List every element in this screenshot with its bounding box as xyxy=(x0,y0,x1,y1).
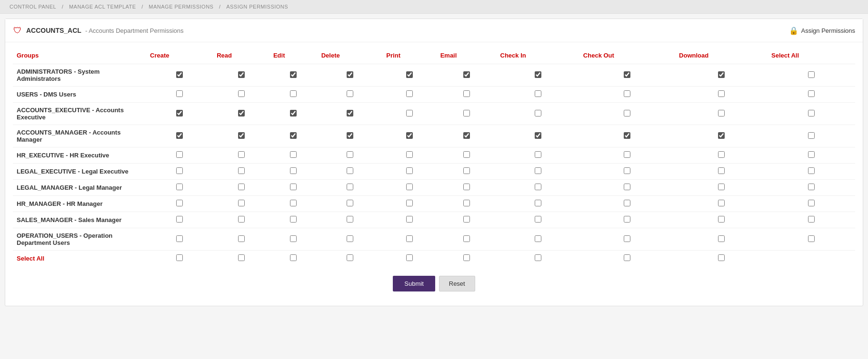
checkbox-check_out[interactable] xyxy=(624,110,630,116)
checkbox-edit[interactable] xyxy=(290,184,297,190)
checkbox-delete[interactable] xyxy=(347,110,353,116)
checkbox-check_in[interactable] xyxy=(535,235,541,242)
checkbox-read[interactable] xyxy=(238,235,245,242)
checkbox-create[interactable] xyxy=(176,200,183,206)
select-all-checkbox-read[interactable] xyxy=(238,254,245,261)
checkbox-select_all[interactable] xyxy=(808,71,815,78)
checkbox-select_all[interactable] xyxy=(808,110,815,116)
checkbox-delete[interactable] xyxy=(347,235,353,242)
checkbox-read[interactable] xyxy=(238,132,245,139)
checkbox-delete[interactable] xyxy=(347,71,353,78)
select-all-checkbox-email[interactable] xyxy=(463,254,470,261)
checkbox-check_in[interactable] xyxy=(535,132,541,139)
checkbox-edit[interactable] xyxy=(290,151,297,158)
checkbox-check_out[interactable] xyxy=(624,132,630,139)
select-all-checkbox-check_out[interactable] xyxy=(624,254,630,261)
checkbox-email[interactable] xyxy=(463,132,470,139)
submit-button[interactable]: Submit xyxy=(393,276,435,291)
checkbox-email[interactable] xyxy=(463,151,470,158)
checkbox-edit[interactable] xyxy=(290,216,297,223)
checkbox-check_in[interactable] xyxy=(535,90,541,97)
checkbox-read[interactable] xyxy=(238,184,245,190)
checkbox-read[interactable] xyxy=(238,200,245,206)
checkbox-delete[interactable] xyxy=(347,132,353,139)
checkbox-check_in[interactable] xyxy=(535,184,541,190)
select-all-checkbox-check_in[interactable] xyxy=(535,254,541,261)
checkbox-read[interactable] xyxy=(238,90,245,97)
checkbox-download[interactable] xyxy=(718,167,725,174)
checkbox-print[interactable] xyxy=(406,184,413,190)
checkbox-check_out[interactable] xyxy=(624,71,630,78)
checkbox-check_out[interactable] xyxy=(624,167,630,174)
checkbox-download[interactable] xyxy=(718,200,725,206)
checkbox-read[interactable] xyxy=(238,167,245,174)
select-all-label[interactable]: Select All xyxy=(13,251,146,267)
assign-permissions-button[interactable]: 🔒 Assign Permissions xyxy=(789,26,855,35)
checkbox-delete[interactable] xyxy=(347,184,353,190)
checkbox-check_in[interactable] xyxy=(535,200,541,206)
checkbox-select_all[interactable] xyxy=(808,235,815,242)
reset-button[interactable]: Reset xyxy=(439,276,475,291)
checkbox-create[interactable] xyxy=(176,216,183,223)
checkbox-select_all[interactable] xyxy=(808,167,815,174)
checkbox-delete[interactable] xyxy=(347,151,353,158)
checkbox-email[interactable] xyxy=(463,90,470,97)
checkbox-read[interactable] xyxy=(238,216,245,223)
checkbox-print[interactable] xyxy=(406,235,413,242)
checkbox-download[interactable] xyxy=(718,216,725,223)
checkbox-create[interactable] xyxy=(176,235,183,242)
checkbox-print[interactable] xyxy=(406,216,413,223)
checkbox-download[interactable] xyxy=(718,132,725,139)
checkbox-select_all[interactable] xyxy=(808,132,815,139)
checkbox-read[interactable] xyxy=(238,151,245,158)
checkbox-check_in[interactable] xyxy=(535,167,541,174)
checkbox-select_all[interactable] xyxy=(808,151,815,158)
select-all-checkbox-create[interactable] xyxy=(176,254,183,261)
checkbox-download[interactable] xyxy=(718,90,725,97)
checkbox-email[interactable] xyxy=(463,184,470,190)
breadcrumb-item-2[interactable]: MANAGE ACL TEMPLATE xyxy=(69,4,136,10)
checkbox-email[interactable] xyxy=(463,71,470,78)
checkbox-check_out[interactable] xyxy=(624,184,630,190)
checkbox-check_in[interactable] xyxy=(535,151,541,158)
checkbox-check_out[interactable] xyxy=(624,235,630,242)
checkbox-check_out[interactable] xyxy=(624,90,630,97)
checkbox-select_all[interactable] xyxy=(808,184,815,190)
checkbox-check_out[interactable] xyxy=(624,151,630,158)
breadcrumb-item-3[interactable]: MANAGE PERMISSIONS xyxy=(149,4,213,10)
breadcrumb-item-1[interactable]: CONTROL PANEL xyxy=(10,4,56,10)
checkbox-edit[interactable] xyxy=(290,167,297,174)
checkbox-create[interactable] xyxy=(176,167,183,174)
checkbox-delete[interactable] xyxy=(347,167,353,174)
checkbox-print[interactable] xyxy=(406,132,413,139)
checkbox-delete[interactable] xyxy=(347,90,353,97)
checkbox-download[interactable] xyxy=(718,71,725,78)
checkbox-edit[interactable] xyxy=(290,110,297,116)
checkbox-edit[interactable] xyxy=(290,200,297,206)
checkbox-select_all[interactable] xyxy=(808,90,815,97)
checkbox-print[interactable] xyxy=(406,110,413,116)
checkbox-edit[interactable] xyxy=(290,71,297,78)
checkbox-read[interactable] xyxy=(238,110,245,116)
checkbox-create[interactable] xyxy=(176,151,183,158)
select-all-checkbox-delete[interactable] xyxy=(347,254,353,261)
checkbox-print[interactable] xyxy=(406,200,413,206)
checkbox-email[interactable] xyxy=(463,167,470,174)
select-all-checkbox-print[interactable] xyxy=(406,254,413,261)
checkbox-check_in[interactable] xyxy=(535,110,541,116)
checkbox-print[interactable] xyxy=(406,167,413,174)
checkbox-create[interactable] xyxy=(176,110,183,116)
checkbox-download[interactable] xyxy=(718,110,725,116)
checkbox-download[interactable] xyxy=(718,235,725,242)
checkbox-delete[interactable] xyxy=(347,200,353,206)
checkbox-edit[interactable] xyxy=(290,132,297,139)
checkbox-download[interactable] xyxy=(718,151,725,158)
checkbox-create[interactable] xyxy=(176,132,183,139)
checkbox-check_in[interactable] xyxy=(535,71,541,78)
checkbox-edit[interactable] xyxy=(290,235,297,242)
checkbox-edit[interactable] xyxy=(290,90,297,97)
checkbox-delete[interactable] xyxy=(347,216,353,223)
checkbox-create[interactable] xyxy=(176,184,183,190)
checkbox-download[interactable] xyxy=(718,184,725,190)
checkbox-create[interactable] xyxy=(176,71,183,78)
